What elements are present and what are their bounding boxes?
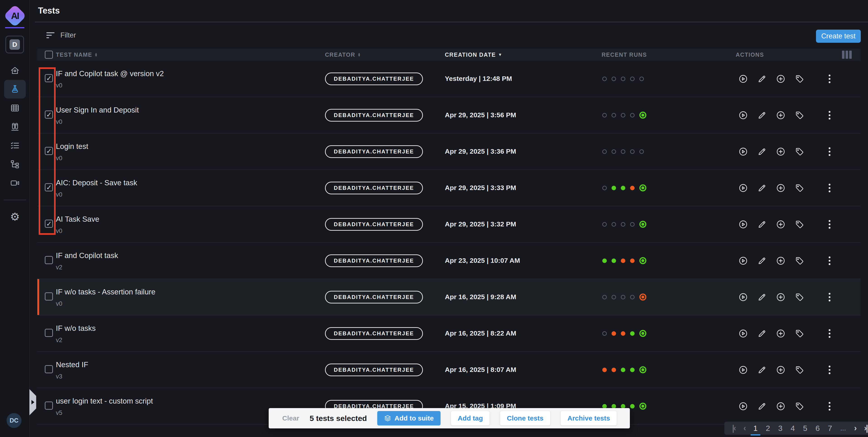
more-actions-button[interactable] bbox=[825, 329, 834, 338]
more-actions-button[interactable] bbox=[825, 74, 834, 83]
edit-test-button[interactable] bbox=[757, 110, 767, 120]
tag-button[interactable] bbox=[795, 220, 804, 229]
tag-button[interactable] bbox=[795, 147, 804, 156]
add-to-suite-button[interactable]: Add to suite bbox=[377, 411, 440, 426]
sidebar-item-data-tables[interactable] bbox=[4, 99, 26, 117]
more-actions-button[interactable] bbox=[825, 220, 834, 229]
row-checkbox[interactable] bbox=[45, 402, 53, 410]
add-to-suite-row-button[interactable] bbox=[776, 183, 785, 193]
test-name[interactable]: IF w/o tasks - Assertion failure bbox=[56, 287, 155, 297]
recent-runs[interactable] bbox=[602, 61, 644, 97]
run-test-button[interactable] bbox=[738, 292, 748, 302]
tag-button[interactable] bbox=[795, 110, 804, 120]
edit-test-button[interactable] bbox=[757, 74, 767, 83]
clone-tests-button[interactable]: Clone tests bbox=[500, 411, 550, 426]
add-to-suite-row-button[interactable] bbox=[776, 402, 785, 411]
edit-test-button[interactable] bbox=[757, 329, 767, 338]
edit-test-button[interactable] bbox=[757, 220, 767, 229]
test-name[interactable]: IF w/o tasks bbox=[56, 324, 96, 333]
recent-runs[interactable] bbox=[602, 206, 646, 242]
run-test-button[interactable] bbox=[738, 402, 748, 411]
add-to-suite-row-button[interactable] bbox=[776, 74, 785, 83]
test-name[interactable]: IF and Copilot task @ version v2 bbox=[56, 69, 164, 78]
recent-runs[interactable] bbox=[602, 315, 646, 351]
sidebar-item-home[interactable] bbox=[4, 61, 26, 80]
more-actions-button[interactable] bbox=[825, 402, 834, 410]
test-name[interactable]: AIC: Deposit - Save task bbox=[56, 178, 137, 188]
more-actions-button[interactable] bbox=[825, 257, 834, 265]
edit-test-button[interactable] bbox=[757, 147, 767, 156]
row-checkbox[interactable] bbox=[45, 256, 53, 264]
sidebar-item-recordings[interactable] bbox=[4, 173, 26, 192]
page-number-2[interactable]: 2 bbox=[766, 424, 770, 433]
edit-test-button[interactable] bbox=[757, 365, 767, 375]
last-page-button[interactable]: ›| bbox=[864, 424, 867, 433]
test-name[interactable]: Login test bbox=[56, 142, 88, 151]
test-name[interactable]: AI Task Save bbox=[56, 214, 99, 224]
column-header-creation-date[interactable]: CREATION DATE ▼ bbox=[445, 48, 502, 61]
recent-runs[interactable] bbox=[602, 243, 646, 279]
first-page-button[interactable]: |‹ bbox=[732, 424, 735, 433]
edit-test-button[interactable] bbox=[757, 402, 767, 411]
sidebar-item-tests[interactable] bbox=[4, 80, 26, 99]
run-test-button[interactable] bbox=[738, 256, 748, 266]
test-name[interactable]: User Sign In and Deposit bbox=[56, 105, 139, 115]
select-all-checkbox[interactable] bbox=[45, 51, 53, 59]
column-settings-button[interactable] bbox=[842, 51, 852, 59]
tag-button[interactable] bbox=[795, 329, 804, 338]
run-test-button[interactable] bbox=[738, 365, 748, 375]
run-test-button[interactable] bbox=[738, 220, 748, 229]
recent-runs[interactable] bbox=[602, 170, 646, 206]
add-to-suite-row-button[interactable] bbox=[776, 110, 785, 120]
filter-button[interactable]: Filter bbox=[46, 31, 76, 39]
workspace-switcher[interactable]: D bbox=[5, 36, 24, 53]
edit-test-button[interactable] bbox=[757, 256, 767, 266]
add-to-suite-row-button[interactable] bbox=[776, 220, 785, 229]
run-test-button[interactable] bbox=[738, 329, 748, 338]
page-number-3[interactable]: 3 bbox=[778, 424, 782, 433]
next-page-button[interactable]: › bbox=[854, 424, 856, 433]
sidebar-item-checklist[interactable] bbox=[4, 136, 26, 155]
more-actions-button[interactable] bbox=[825, 111, 834, 120]
tag-button[interactable] bbox=[795, 74, 804, 83]
add-tag-button[interactable]: Add tag bbox=[451, 411, 490, 426]
more-actions-button[interactable] bbox=[825, 184, 834, 192]
test-name[interactable]: IF and Copilot task bbox=[56, 251, 118, 260]
archive-tests-button[interactable]: Archive tests bbox=[561, 411, 617, 426]
page-number-6[interactable]: 6 bbox=[815, 424, 820, 433]
run-test-button[interactable] bbox=[738, 74, 748, 83]
clear-selection-button[interactable]: Clear bbox=[282, 414, 299, 422]
add-to-suite-row-button[interactable] bbox=[776, 329, 785, 338]
column-header-creator[interactable]: CREATOR ▲▼ bbox=[325, 48, 361, 61]
tag-button[interactable] bbox=[795, 365, 804, 375]
test-name[interactable]: user login text - custom script bbox=[56, 396, 153, 406]
run-test-button[interactable] bbox=[738, 110, 748, 120]
user-avatar[interactable]: DC bbox=[6, 413, 22, 428]
page-number-7[interactable]: 7 bbox=[828, 424, 832, 433]
edit-test-button[interactable] bbox=[757, 292, 767, 302]
row-checkbox[interactable] bbox=[45, 329, 53, 337]
tag-button[interactable] bbox=[795, 256, 804, 266]
sidebar-item-settings[interactable]: ⚙ bbox=[0, 208, 30, 226]
recent-runs[interactable] bbox=[602, 279, 646, 315]
more-actions-button[interactable] bbox=[825, 147, 834, 156]
run-test-button[interactable] bbox=[738, 147, 748, 156]
row-checkbox[interactable] bbox=[45, 292, 53, 301]
recent-runs[interactable] bbox=[602, 134, 644, 169]
prev-page-button[interactable]: ‹ bbox=[743, 424, 745, 433]
sidebar-item-workflow[interactable] bbox=[4, 155, 26, 173]
create-test-button[interactable]: Create test bbox=[816, 30, 861, 43]
page-number-5[interactable]: 5 bbox=[803, 424, 807, 433]
sidebar-item-test-tubes[interactable] bbox=[4, 117, 26, 136]
tag-button[interactable] bbox=[795, 183, 804, 193]
add-to-suite-row-button[interactable] bbox=[776, 365, 785, 375]
add-to-suite-row-button[interactable] bbox=[776, 256, 785, 266]
tag-button[interactable] bbox=[795, 292, 804, 302]
test-name[interactable]: Nested IF bbox=[56, 360, 88, 369]
page-number-4[interactable]: 4 bbox=[790, 424, 795, 433]
add-to-suite-row-button[interactable] bbox=[776, 292, 785, 302]
recent-runs[interactable] bbox=[602, 352, 646, 388]
column-header-test-name[interactable]: TEST NAME ▲▼ bbox=[56, 48, 98, 61]
page-number-1[interactable]: 1 bbox=[753, 424, 757, 433]
edit-test-button[interactable] bbox=[757, 183, 767, 193]
